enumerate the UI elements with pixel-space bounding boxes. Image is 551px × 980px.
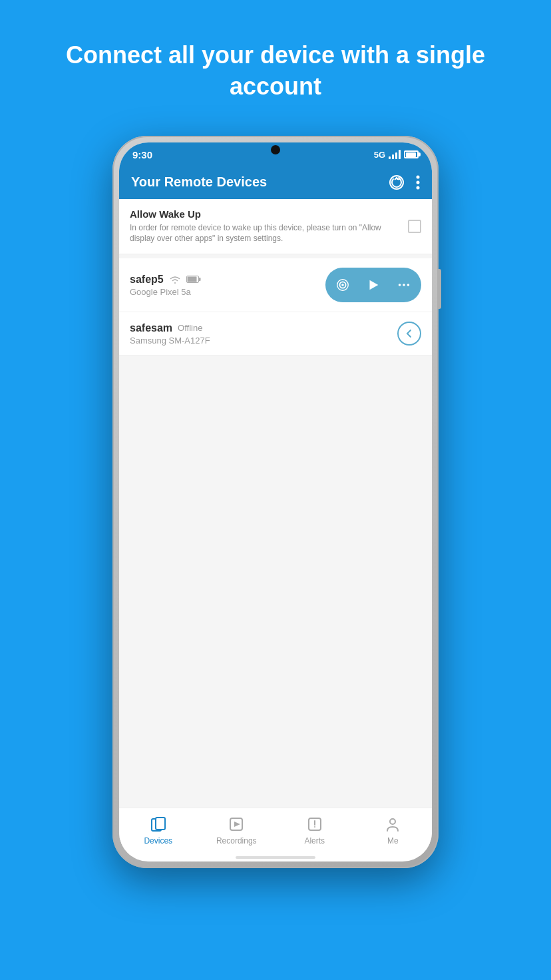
nav-label-alerts: Alerts (304, 836, 325, 846)
device-model-safep5: Google Pixel 5a (130, 287, 201, 297)
wake-up-checkbox[interactable] (408, 220, 421, 233)
device-status-offline-safesam: Offline (178, 323, 202, 333)
app-bar-icons (388, 174, 420, 191)
status-bar: 9:30 5G (119, 142, 432, 166)
svg-point-3 (417, 186, 420, 189)
wake-up-desc: In order for remote device to wake up th… (130, 222, 401, 245)
device-item-safesam: safesam Offline Samsung SM-A127F (119, 312, 432, 356)
device-item-safep5: safep5 (119, 258, 432, 312)
more-button-safep5[interactable] (389, 270, 419, 300)
svg-point-21 (390, 819, 395, 824)
device-name-safesam: safesam (130, 322, 172, 334)
svg-point-2 (417, 180, 420, 184)
camera-dot (271, 145, 280, 154)
alerts-icon (305, 815, 324, 834)
svg-point-11 (399, 284, 401, 286)
network-label: 5G (374, 150, 385, 160)
device-info-safesam: safesam Offline Samsung SM-A127F (130, 322, 210, 346)
devices-icon (149, 815, 168, 834)
status-time: 9:30 (132, 149, 152, 160)
wifi-icon (169, 275, 181, 284)
svg-rect-15 (156, 818, 165, 830)
recordings-icon (227, 815, 246, 834)
device-actions-safep5[interactable] (325, 268, 421, 302)
device-list: safep5 (119, 258, 432, 356)
nav-item-recordings[interactable]: Recordings (213, 815, 260, 846)
refresh-icon[interactable] (388, 174, 405, 191)
app-bar-title: Your Remote Devices (131, 174, 267, 190)
device-model-safesam: Samsung SM-A127F (130, 336, 210, 346)
svg-marker-10 (370, 280, 379, 290)
svg-point-8 (341, 284, 344, 286)
wake-up-card: Allow Wake Up In order for remote device… (119, 199, 432, 255)
nav-item-alerts[interactable]: Alerts (291, 815, 338, 846)
home-indicator (236, 856, 315, 859)
more-icon[interactable] (416, 175, 420, 190)
nav-item-devices[interactable]: Devices (135, 815, 182, 846)
device-info-safep5: safep5 (130, 274, 201, 297)
battery-icon (404, 150, 419, 158)
svg-rect-6 (187, 277, 196, 282)
svg-point-13 (407, 284, 410, 286)
nav-item-me[interactable]: Me (369, 815, 416, 846)
device-battery-icon (186, 276, 201, 283)
play-button-safep5[interactable] (359, 270, 388, 300)
camera-button-safep5[interactable] (328, 270, 357, 300)
phone-side-button (439, 269, 441, 309)
device-name-row-safesam: safesam Offline (130, 322, 210, 334)
me-icon (383, 815, 402, 834)
status-icons: 5G (374, 150, 419, 160)
app-content: Allow Wake Up In order for remote device… (119, 199, 432, 808)
hero-title: Connect all your device with a single ac… (0, 0, 551, 129)
wake-up-text: Allow Wake Up In order for remote device… (130, 208, 408, 245)
wake-up-title: Allow Wake Up (130, 208, 401, 220)
nav-label-devices: Devices (144, 836, 172, 846)
signal-bars-icon (389, 150, 401, 159)
bottom-nav: Devices Recordings (119, 808, 432, 856)
back-button-safesam[interactable] (397, 322, 421, 346)
svg-rect-5 (198, 278, 200, 281)
phone-mockup: 9:30 5G Your Remote Devices (112, 136, 439, 868)
svg-point-1 (417, 175, 420, 178)
device-name-safep5: safep5 (130, 274, 164, 286)
nav-label-me: Me (387, 836, 399, 846)
nav-label-recordings: Recordings (216, 836, 257, 846)
svg-point-20 (314, 826, 315, 828)
device-name-row-safep5: safep5 (130, 274, 201, 286)
app-bar: Your Remote Devices (119, 166, 432, 199)
svg-marker-17 (234, 822, 240, 827)
svg-point-12 (403, 284, 405, 286)
